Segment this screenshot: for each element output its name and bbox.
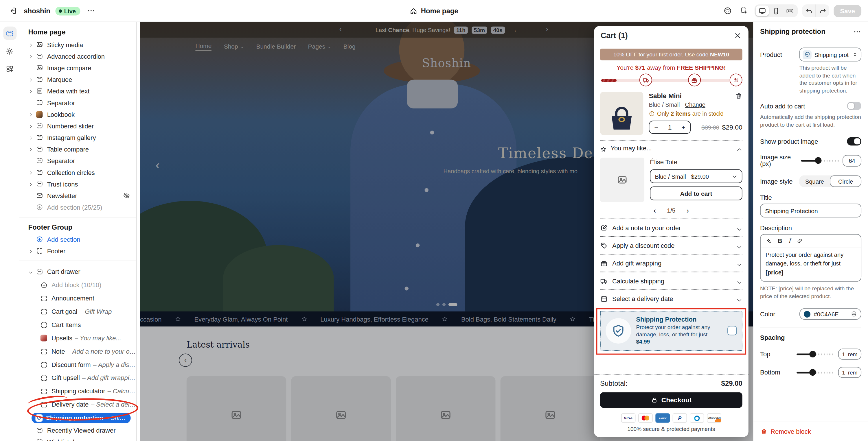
sidebar-item-cart-drawer[interactable]: Cart drawer [20,265,136,278]
sidebar-item-lookbook[interactable]: Lookbook [20,108,136,120]
block-delivery-date[interactable]: Delivery date– Select a delivery date [20,398,136,411]
block-icon [40,387,48,395]
sidebar-item-marquee[interactable]: Marquee [20,73,136,85]
remove-item-button[interactable] [735,92,742,99]
sidebar-item-image-compare[interactable]: Image compare [20,62,136,73]
eye-off-icon[interactable] [123,192,130,199]
accordion-discount[interactable]: Apply a discount code [600,237,742,254]
style-circle-option[interactable]: Circle [830,176,861,187]
accordion-delivery-date[interactable]: Select a delivery date [600,290,742,307]
chevron-right-icon[interactable] [28,89,33,93]
title-input[interactable]: Shipping Protection [760,203,861,217]
preview-as-customer-button[interactable] [721,5,734,17]
chevron-right-icon[interactable] [28,124,33,128]
auto-add-toggle[interactable] [847,102,861,110]
change-variant-link[interactable]: Change [685,101,705,108]
inspector-button[interactable] [738,5,750,17]
sparkle-ai-icon[interactable] [766,238,772,244]
sidebar-item-recently-viewed-drawer[interactable]: Recently Viewed drawer [20,424,136,436]
rail-apps-tab[interactable] [3,62,17,75]
color-picker[interactable]: #0C4A6E [799,308,861,320]
checkout-button[interactable]: Checkout [600,392,742,408]
chevron-right-icon[interactable] [28,135,33,140]
chevron-up-icon[interactable] [736,145,742,151]
sidebar-item-wishlist-drawer[interactable]: Wishlist drawer [20,436,136,441]
chevron-right-icon[interactable] [28,147,33,152]
accordion-calculate-shipping[interactable]: Calculate shipping [600,272,742,289]
pagination-next-button[interactable]: › [687,206,689,215]
chevron-right-icon[interactable] [28,248,33,253]
quantity-value[interactable]: 1 [668,124,672,131]
block-shipping-protection-selected[interactable]: Shipping protection – Shipping Pro... [20,411,136,424]
quantity-decrease-button[interactable]: − [654,124,658,131]
sidebar-item-numbered-slider[interactable]: Numbered slider [20,120,136,132]
theme-actions-menu-button[interactable] [85,5,97,17]
spacing-bottom-slider[interactable] [797,369,834,376]
chevron-right-icon[interactable] [28,77,33,82]
rail-theme-settings-tab[interactable] [3,44,17,58]
quantity-increase-button[interactable]: + [681,124,685,131]
show-image-toggle[interactable] [847,137,861,146]
fullwidth-view-button[interactable] [783,5,797,16]
sidebar-item-instagram-gallery[interactable]: Instagram gallery [20,132,136,143]
image-size-value[interactable]: 64 [842,155,861,166]
upsell-product-name[interactable]: Élise Tote [650,159,742,165]
image-size-slider[interactable] [801,157,839,164]
chevron-right-icon[interactable] [28,112,33,117]
product-picker[interactable]: Shipping protec... [799,48,861,62]
product-image[interactable] [600,92,643,135]
chevron-right-icon[interactable] [28,170,33,175]
sidebar-item-media-with-text[interactable]: Media with text [20,85,136,97]
sidebar-item-table-compare[interactable]: Table compare [20,144,136,155]
accordion-gift-wrapping[interactable]: Add gift wrapping [600,254,742,272]
sidebar-item-separator-2[interactable]: Separator [20,155,136,166]
product-name[interactable]: Sable Mini [649,92,682,100]
style-square-option[interactable]: Square [799,176,830,187]
save-button[interactable]: Save [834,5,861,17]
sidebar-item-separator[interactable]: Separator [20,97,136,108]
remove-block-button[interactable]: Remove block [753,421,868,441]
desktop-view-button[interactable] [756,5,769,16]
block-discount-form[interactable]: Discount form– Apply a discount c... [20,358,136,371]
block-upsells[interactable]: Upsells– You may like... [20,332,136,345]
block-cart-items[interactable]: Cart Items [20,318,136,332]
sidebar-item-collection-circles[interactable]: Collection circles [20,166,136,178]
block-announcement[interactable]: Announcement [20,291,136,305]
block-gift-upsell[interactable]: Gift upsell– Add gift wrapping [20,371,136,385]
panel-menu-button[interactable] [853,28,861,36]
upsells-header[interactable]: You may like... [600,140,742,156]
description-textarea[interactable]: Protect your order against any damage, l… [761,247,861,281]
rail-sections-tab[interactable] [3,27,17,40]
sidebar-item-newsletter[interactable]: Newsletter [20,190,136,201]
exit-editor-button[interactable] [7,5,19,17]
sidebar-item-advanced-accordion[interactable]: Advanced accordion [20,50,136,62]
bold-button[interactable]: B [778,238,782,244]
block-note[interactable]: Note– Add a note to your order [20,345,136,358]
chevron-down-icon[interactable] [28,269,33,274]
dynamic-source-icon[interactable] [851,311,857,317]
sidebar-item-footer[interactable]: Footer [20,245,136,257]
sidebar-item-sticky-media[interactable]: Sticky media [20,39,136,50]
chevron-right-icon[interactable] [28,42,33,47]
block-shipping-calculator[interactable]: Shipping calculator– Calculate shi... [20,385,136,398]
spacing-top-value[interactable]: 1rem [838,349,861,360]
italic-button[interactable]: I [788,237,790,244]
shipping-protection-checkbox[interactable] [727,326,737,336]
link-icon[interactable] [797,238,803,244]
chevron-right-icon[interactable] [28,182,33,187]
spacing-top-slider[interactable] [797,351,834,358]
spacing-bottom-value[interactable]: 1rem [838,367,861,378]
add-to-cart-button[interactable]: Add to cart [650,187,742,200]
block-cart-goal[interactable]: Cart goal– Gift Wrap [20,305,136,318]
variant-select[interactable]: Blue / Small - $29.00 [650,169,742,183]
chevron-right-icon[interactable] [28,54,33,59]
cart-close-button[interactable] [734,31,742,40]
accordion-note[interactable]: Add a note to your order [600,219,742,236]
sidebar-item-trust-icons[interactable]: Trust icons [20,178,136,190]
footer-add-section-button[interactable]: Add section [20,233,136,245]
pagination-prev-button[interactable]: ‹ [654,206,656,215]
mobile-view-button[interactable] [769,5,783,16]
undo-button[interactable] [802,4,815,17]
redo-button[interactable] [815,4,829,17]
device-preview-switcher [754,4,798,17]
